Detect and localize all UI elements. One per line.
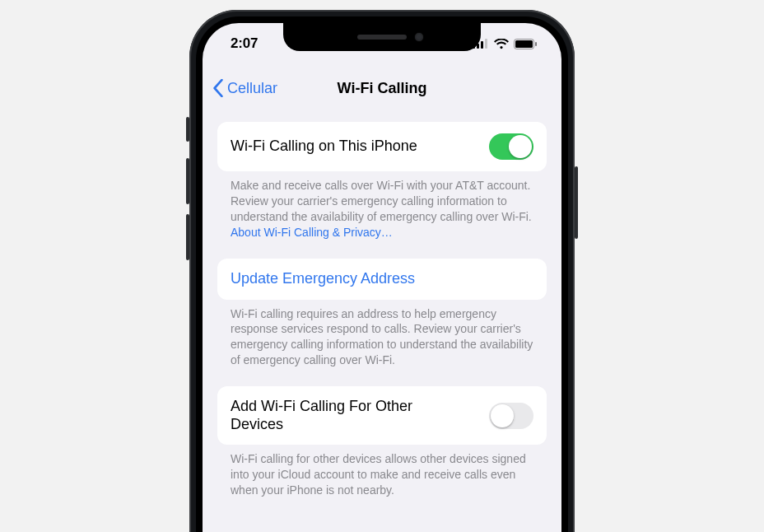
wifi-calling-this-iphone-toggle[interactable] xyxy=(489,133,533,160)
group3-footer-text: Wi-Fi calling for other devices allows o… xyxy=(231,452,526,497)
back-button[interactable]: Cellular xyxy=(212,79,277,97)
chevron-left-icon xyxy=(212,79,224,97)
status-indicators xyxy=(473,39,537,49)
group3-footer: Wi-Fi calling for other devices allows o… xyxy=(217,445,547,516)
speaker-grille xyxy=(357,35,407,40)
wifi-icon xyxy=(494,39,509,49)
group1-footer: Make and receive calls over Wi-Fi with y… xyxy=(217,171,547,259)
update-emergency-address-label: Update Emergency Address xyxy=(231,270,415,287)
group2-footer: Wi-Fi calling requires an address to hel… xyxy=(217,300,547,387)
svg-rect-3 xyxy=(485,39,487,49)
wifi-calling-other-devices-label: Add Wi-Fi Calling For Other Devices xyxy=(231,398,428,433)
front-camera xyxy=(415,33,423,41)
update-emergency-address-cell[interactable]: Update Emergency Address xyxy=(217,259,547,300)
wifi-calling-this-iphone-label: Wi-Fi Calling on This iPhone xyxy=(231,138,417,156)
about-wifi-calling-privacy-link[interactable]: About Wi-Fi Calling & Privacy… xyxy=(231,226,393,239)
wifi-calling-other-devices-cell[interactable]: Add Wi-Fi Calling For Other Devices xyxy=(217,386,547,445)
side-button-volume-down xyxy=(186,214,189,260)
toggle-knob xyxy=(509,135,532,158)
toggle-knob xyxy=(491,404,514,427)
nav-bar: Cellular Wi-Fi Calling xyxy=(203,69,561,107)
side-button-power xyxy=(575,166,578,239)
screen: 2:07 xyxy=(203,23,561,532)
content: Wi-Fi Calling on This iPhone Make and re… xyxy=(203,122,561,532)
wifi-calling-other-devices-toggle[interactable] xyxy=(489,403,533,429)
status-time: 2:07 xyxy=(231,35,258,52)
wifi-calling-this-iphone-cell[interactable]: Wi-Fi Calling on This iPhone xyxy=(217,122,547,171)
group2-footer-text: Wi-Fi calling requires an address to hel… xyxy=(231,307,533,367)
phone-frame: 2:07 xyxy=(189,10,575,532)
group1-footer-text: Make and receive calls over Wi-Fi with y… xyxy=(231,179,532,223)
side-button-volume-up xyxy=(186,158,189,204)
notch xyxy=(283,23,481,51)
back-label: Cellular xyxy=(227,80,277,97)
svg-rect-5 xyxy=(515,40,533,48)
side-button-mute xyxy=(186,117,189,142)
battery-icon xyxy=(514,39,537,49)
svg-rect-6 xyxy=(535,42,537,46)
svg-rect-2 xyxy=(481,41,483,49)
